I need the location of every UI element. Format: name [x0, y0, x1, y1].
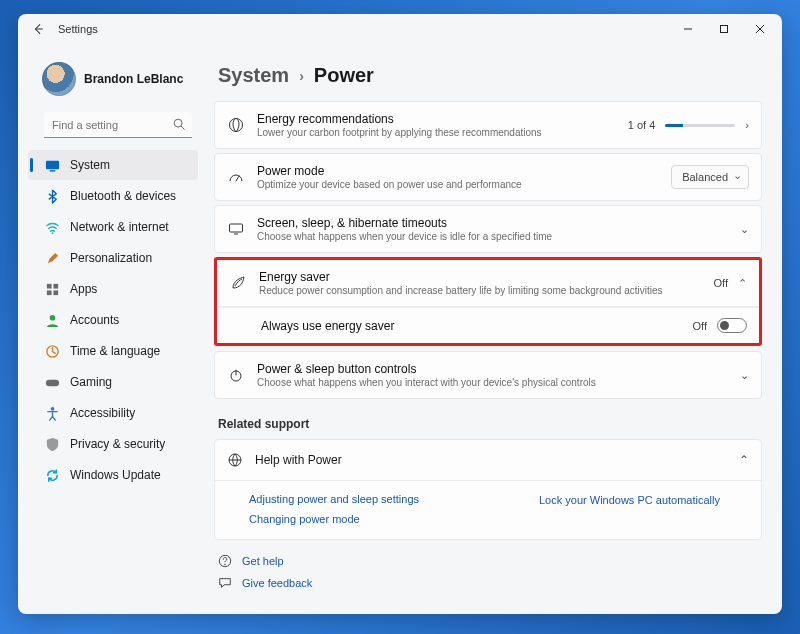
nav-label: Bluetooth & devices	[70, 189, 176, 203]
close-icon	[755, 24, 765, 34]
wifi-icon	[44, 219, 60, 235]
row-sub: Lower your carbon footprint by applying …	[257, 127, 616, 138]
chevron-right-icon: ›	[745, 119, 749, 131]
breadcrumb-current: Power	[314, 64, 374, 87]
row-title: Always use energy saver	[261, 319, 681, 333]
nav-label: Windows Update	[70, 468, 161, 482]
power-mode-select[interactable]: Balanced	[671, 165, 749, 189]
nav-accounts[interactable]: Accounts	[28, 305, 198, 335]
nav-label: Gaming	[70, 375, 112, 389]
nav-label: Accessibility	[70, 406, 135, 420]
row-title: Power & sleep button controls	[257, 362, 728, 376]
shield-icon	[44, 436, 60, 452]
svg-rect-5	[46, 283, 51, 288]
svg-rect-11	[45, 379, 58, 386]
nav-gaming[interactable]: Gaming	[28, 367, 198, 397]
footer-links: Get help Give feedback	[214, 554, 762, 590]
apps-icon	[44, 281, 60, 297]
globe-icon	[227, 452, 243, 468]
window-title: Settings	[58, 23, 98, 35]
person-icon	[44, 312, 60, 328]
row-energy-recommendations[interactable]: Energy recommendations Lower your carbon…	[214, 101, 762, 149]
row-energy-saver[interactable]: Energy saver Reduce power consumption an…	[217, 260, 759, 307]
row-sub: Choose what happens when your device is …	[257, 231, 728, 242]
row-title: Power mode	[257, 164, 659, 178]
close-button[interactable]	[742, 15, 778, 43]
recommendation-count: 1 of 4	[628, 119, 656, 131]
search-input[interactable]	[44, 112, 192, 138]
profile-block[interactable]: Brandon LeBlanc	[24, 50, 202, 112]
svg-rect-8	[53, 290, 58, 295]
always-energy-saver-toggle[interactable]	[717, 318, 747, 333]
eco-icon	[227, 117, 245, 133]
breadcrumb-parent[interactable]: System	[218, 64, 289, 87]
toggle-label: Off	[693, 320, 707, 332]
nav-network[interactable]: Network & internet	[28, 212, 198, 242]
chevron-up-icon: ⌃	[739, 453, 749, 467]
link-change-mode[interactable]: Changing power mode	[249, 513, 419, 525]
row-timeouts[interactable]: Screen, sleep, & hibernate timeouts Choo…	[214, 205, 762, 253]
globe-clock-icon	[44, 343, 60, 359]
nav-bluetooth[interactable]: Bluetooth & devices	[28, 181, 198, 211]
nav-label: Personalization	[70, 251, 152, 265]
bluetooth-icon	[44, 188, 60, 204]
nav-list: System Bluetooth & devices Network & int…	[24, 150, 202, 490]
arrow-left-icon	[31, 22, 45, 36]
svg-rect-7	[46, 290, 51, 295]
nav-update[interactable]: Windows Update	[28, 460, 198, 490]
gauge-icon	[227, 169, 245, 185]
feedback-icon	[218, 576, 232, 590]
row-title: Screen, sleep, & hibernate timeouts	[257, 216, 728, 230]
row-power-mode[interactable]: Power mode Optimize your device based on…	[214, 153, 762, 201]
help-header[interactable]: Help with Power ⌃	[215, 440, 761, 481]
search-box[interactable]	[44, 112, 192, 138]
nav-label: Accounts	[70, 313, 119, 327]
row-title: Energy recommendations	[257, 112, 616, 126]
settings-window: Settings Brandon LeBlanc Sys	[18, 14, 782, 614]
svg-point-13	[230, 119, 243, 132]
nav-label: System	[70, 158, 110, 172]
titlebar: Settings	[18, 14, 782, 44]
svg-rect-0	[721, 26, 728, 33]
nav-label: Time & language	[70, 344, 160, 358]
row-power-buttons[interactable]: Power & sleep button controls Choose wha…	[214, 351, 762, 399]
nav-apps[interactable]: Apps	[28, 274, 198, 304]
maximize-icon	[719, 24, 729, 34]
accessibility-icon	[44, 405, 60, 421]
link-adjust-power[interactable]: Adjusting power and sleep settings	[249, 493, 419, 505]
sidebar: Brandon LeBlanc System Bluetooth & devic…	[18, 44, 206, 614]
power-button-icon	[227, 367, 245, 383]
nav-label: Network & internet	[70, 220, 169, 234]
chevron-down-icon: ⌄	[740, 369, 749, 382]
system-icon	[44, 157, 60, 173]
svg-point-9	[49, 314, 55, 320]
nav-personalization[interactable]: Personalization	[28, 243, 198, 273]
row-sub: Choose what happens when you interact wi…	[257, 377, 728, 388]
back-button[interactable]	[26, 17, 50, 41]
brush-icon	[44, 250, 60, 266]
nav-accessibility[interactable]: Accessibility	[28, 398, 198, 428]
minimize-button[interactable]	[670, 15, 706, 43]
window-controls	[670, 15, 778, 43]
help-icon	[218, 554, 232, 568]
minimize-icon	[683, 24, 693, 34]
main-panel: System › Power Energy recommendations Lo…	[206, 44, 782, 614]
row-sub: Optimize your device based on power use …	[257, 179, 659, 190]
svg-rect-14	[230, 224, 243, 232]
svg-point-18	[224, 564, 225, 565]
row-title: Energy saver	[259, 270, 702, 284]
nav-label: Apps	[70, 282, 97, 296]
nav-label: Privacy & security	[70, 437, 165, 451]
svg-point-4	[51, 232, 53, 234]
nav-privacy[interactable]: Privacy & security	[28, 429, 198, 459]
progress-bar	[665, 124, 735, 127]
leaf-icon	[229, 275, 247, 291]
nav-time[interactable]: Time & language	[28, 336, 198, 366]
link-lock-pc[interactable]: Lock your Windows PC automatically	[539, 494, 720, 506]
chevron-up-icon: ⌃	[738, 277, 747, 290]
get-help-link[interactable]: Get help	[242, 555, 284, 567]
maximize-button[interactable]	[706, 15, 742, 43]
svg-rect-3	[49, 170, 55, 171]
give-feedback-link[interactable]: Give feedback	[242, 577, 312, 589]
nav-system[interactable]: System	[28, 150, 198, 180]
